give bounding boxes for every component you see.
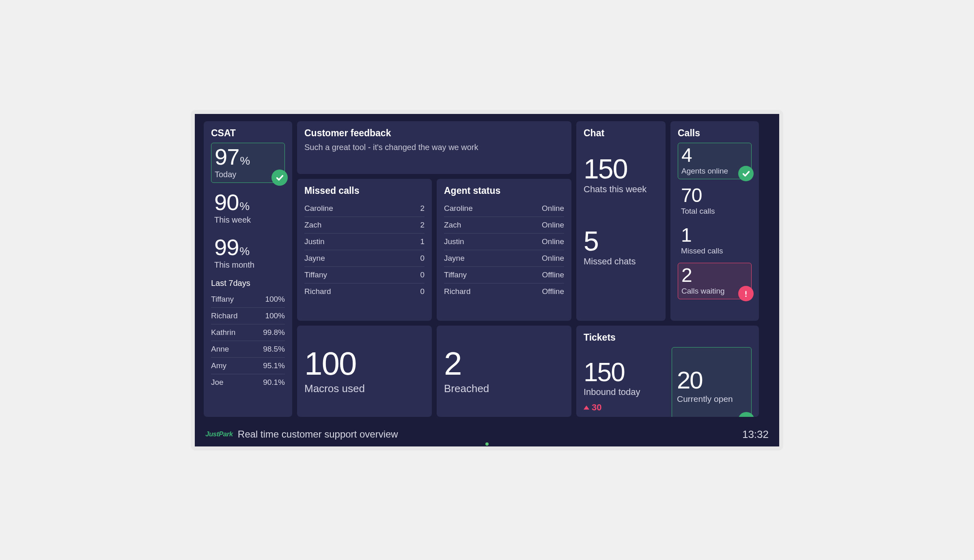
list-item-value: Offline xyxy=(542,287,564,296)
tickets-delta: 30 xyxy=(584,402,664,413)
chat-missed-block: 5 Missed chats xyxy=(584,227,658,267)
list-item-value: Online xyxy=(542,237,564,246)
breached-value: 2 xyxy=(444,348,564,380)
list-item-value: 2 xyxy=(420,204,425,213)
list-item: CarolineOnline xyxy=(444,200,564,217)
macros-value: 100 xyxy=(304,348,425,380)
list-item-value: 98.5% xyxy=(263,345,285,354)
csat-last7-title: Last 7days xyxy=(211,279,285,288)
list-item-value: 95.1% xyxy=(263,361,285,370)
list-item-value: Online xyxy=(542,221,564,230)
tickets-open-value: 20 xyxy=(677,368,746,393)
svg-point-1 xyxy=(745,295,746,296)
calls-missed-label: Missed calls xyxy=(681,247,748,255)
list-item-name: Tiffany xyxy=(304,270,327,279)
calls-missed-box: 1 Missed calls xyxy=(678,223,752,259)
csat-today-box: 97% Today xyxy=(211,143,285,183)
check-icon xyxy=(272,170,288,186)
tickets-inbound-label: Inbound today xyxy=(584,387,664,397)
chat-week-value: 150 xyxy=(584,155,658,182)
calls-agents-box: 4 Agents online xyxy=(678,143,752,179)
feedback-card: Customer feedback Such a great tool - it… xyxy=(297,121,571,174)
calls-total-value: 70 xyxy=(681,186,748,205)
calls-total-box: 70 Total calls xyxy=(678,183,752,219)
macros-label: Macros used xyxy=(304,382,425,395)
check-icon xyxy=(738,412,754,417)
list-item: RichardOffline xyxy=(444,283,564,300)
chat-missed-label: Missed chats xyxy=(584,256,658,267)
feedback-title: Customer feedback xyxy=(304,128,564,139)
calls-waiting-box: 2 Calls waiting xyxy=(678,263,752,299)
calls-title: Calls xyxy=(678,128,752,139)
list-item: Tiffany0 xyxy=(304,267,425,283)
list-item-name: Richard xyxy=(444,287,470,296)
list-item-name: Jayne xyxy=(444,254,465,263)
list-item-value: 100% xyxy=(265,311,285,320)
feedback-text: Such a great tool - it's changed the way… xyxy=(304,143,564,152)
list-item: ZachOnline xyxy=(444,217,564,234)
list-item: Caroline2 xyxy=(304,200,425,217)
list-item: Zach2 xyxy=(304,217,425,234)
list-item-name: Richard xyxy=(211,311,237,320)
chat-week-block: 150 Chats this week xyxy=(584,155,658,195)
brand-logo: JustPark xyxy=(205,430,233,438)
list-item: Richard0 xyxy=(304,283,425,300)
calls-waiting-value: 2 xyxy=(681,266,748,285)
list-item-name: Richard xyxy=(304,287,331,296)
agent-status-title: Agent status xyxy=(444,185,564,196)
tickets-open-label: Currently open xyxy=(677,394,746,404)
dashboard-title: Real time customer support overview xyxy=(238,429,398,440)
csat-month-box: 99% This month xyxy=(211,234,285,273)
list-item-value: 1 xyxy=(420,237,425,246)
tickets-title: Tickets xyxy=(584,332,752,343)
tickets-delta-value: 30 xyxy=(592,402,601,413)
calls-agents-value: 4 xyxy=(681,146,748,165)
alert-icon xyxy=(738,286,754,301)
list-item-value: 0 xyxy=(420,270,425,279)
missed-calls-card: Missed calls Caroline2Zach2Justin1Jayne0… xyxy=(297,179,432,321)
list-item-name: Joe xyxy=(211,378,224,387)
list-item: Kathrin99.8% xyxy=(211,324,285,341)
list-item: Tiffany100% xyxy=(211,291,285,308)
footer: JustPark Real time customer support over… xyxy=(204,423,770,442)
list-item-name: Caroline xyxy=(444,204,473,213)
chat-title: Chat xyxy=(584,128,658,139)
missed-calls-list: Caroline2Zach2Justin1Jayne0Tiffany0Richa… xyxy=(304,200,425,300)
csat-today-value: 97 xyxy=(215,144,239,170)
csat-title: CSAT xyxy=(211,128,285,139)
list-item-value: 99.8% xyxy=(263,328,285,337)
calls-total-label: Total calls xyxy=(681,207,748,216)
list-item-value: 2 xyxy=(420,221,425,230)
tickets-open-block: 20 Currently open xyxy=(672,347,752,417)
chat-missed-value: 5 xyxy=(584,227,658,255)
list-item-name: Tiffany xyxy=(211,295,234,304)
list-item-name: Justin xyxy=(444,237,464,246)
csat-week-label: This week xyxy=(214,215,282,225)
list-item-name: Jayne xyxy=(304,254,325,263)
percent-sign: % xyxy=(239,245,250,257)
list-item-value: 100% xyxy=(265,295,285,304)
breached-label: Breached xyxy=(444,382,564,395)
list-item: Joe90.1% xyxy=(211,374,285,390)
tickets-inbound-value: 150 xyxy=(584,359,664,385)
list-item-name: Amy xyxy=(211,361,226,370)
list-item-name: Tiffany xyxy=(444,270,467,279)
tickets-inbound-block: 150 Inbound today 30 xyxy=(584,347,664,417)
csat-last7-list: Tiffany100%Richard100%Kathrin99.8%Anne98… xyxy=(211,291,285,390)
chat-week-label: Chats this week xyxy=(584,184,658,195)
list-item-value: Online xyxy=(542,204,564,213)
list-item-name: Kathrin xyxy=(211,328,235,337)
monitor-frame: CSAT 97% Today 90% This week xyxy=(191,110,783,451)
percent-sign: % xyxy=(239,200,250,212)
agent-status-list: CarolineOnlineZachOnlineJustinOnlineJayn… xyxy=(444,200,564,300)
list-item: JayneOnline xyxy=(444,250,564,267)
percent-sign: % xyxy=(240,154,250,167)
list-item: TiffanyOffline xyxy=(444,267,564,283)
csat-month-label: This month xyxy=(214,260,282,270)
csat-month-value: 99 xyxy=(214,234,239,260)
list-item: Anne98.5% xyxy=(211,341,285,358)
list-item-value: 0 xyxy=(420,287,425,296)
clock: 13:32 xyxy=(742,428,769,441)
list-item-name: Zach xyxy=(444,221,461,230)
breached-card: 2 Breached xyxy=(437,326,571,417)
